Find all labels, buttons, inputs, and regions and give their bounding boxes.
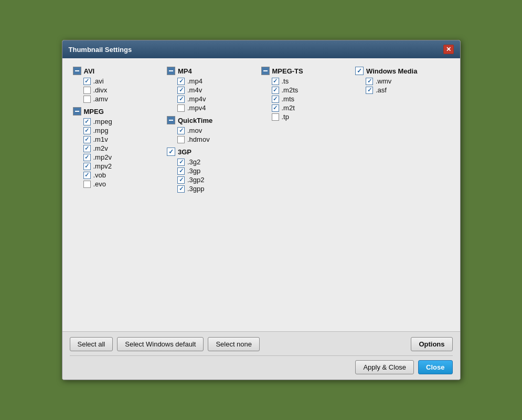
apply-close-button[interactable]: Apply & Close — [355, 360, 414, 374]
item-amv: .amv — [83, 95, 162, 103]
label-mp4v: .mp4v — [187, 95, 206, 103]
label-3gpp: .3gpp — [187, 185, 205, 193]
select-all-button[interactable]: Select all — [70, 337, 113, 351]
cb-3gp2[interactable] — [177, 176, 185, 184]
label-m2ts: .m2ts — [282, 86, 299, 94]
item-divx: .divx — [83, 86, 162, 94]
dialog-content: AVI .avi .divx .amv MPEG — [62, 58, 460, 331]
label-mp4: .mp4 — [187, 77, 203, 85]
cb-evo[interactable] — [83, 181, 91, 188]
item-3gpp: .3gpp — [177, 185, 256, 193]
action-buttons-row: Apply & Close Close — [70, 355, 453, 374]
group-mpeg-ts-checkbox[interactable] — [261, 67, 270, 75]
label-mov: .mov — [187, 127, 202, 134]
item-3gp2: .3gp2 — [177, 176, 256, 184]
item-mov: .mov — [177, 127, 256, 134]
column-4: Windows Media .wmv .asf — [355, 67, 450, 194]
item-mpeg: .mpeg — [83, 118, 162, 125]
cb-mpv2[interactable] — [83, 163, 91, 170]
item-asf: .asf — [366, 86, 444, 94]
cb-3gp[interactable] — [177, 167, 185, 175]
cb-mpv4[interactable] — [177, 104, 185, 112]
group-windows-media: Windows Media — [355, 67, 444, 75]
options-button[interactable]: Options — [411, 337, 452, 351]
column-2: MP4 .mp4 .m4v .mp4v .mpv4 — [167, 67, 261, 194]
group-mpeg-checkbox[interactable] — [73, 107, 81, 116]
item-tp: .tp — [272, 113, 350, 121]
cb-mpg[interactable] — [83, 127, 91, 134]
cb-avi[interactable] — [83, 78, 91, 85]
cb-divx[interactable] — [83, 87, 91, 94]
group-3gp-checkbox[interactable] — [167, 148, 175, 156]
column-1: AVI .avi .divx .amv MPEG — [73, 67, 167, 194]
label-mpeg: .mpeg — [93, 118, 112, 125]
label-m4v: .m4v — [187, 86, 202, 94]
cb-wmv[interactable] — [366, 78, 373, 85]
group-windows-media-label: Windows Media — [366, 67, 417, 75]
item-m2ts: .m2ts — [272, 86, 350, 94]
cb-m2v[interactable] — [83, 145, 91, 152]
cb-mpeg[interactable] — [83, 118, 91, 125]
cb-mts[interactable] — [272, 96, 279, 103]
cb-mov[interactable] — [177, 127, 185, 134]
cb-3g2[interactable] — [177, 159, 185, 166]
group-quicktime-checkbox[interactable] — [167, 116, 175, 124]
item-3g2: .3g2 — [177, 158, 256, 166]
cb-vob[interactable] — [83, 172, 91, 179]
item-mts: .mts — [272, 95, 350, 103]
item-mp2v: .mp2v — [83, 153, 162, 161]
close-button[interactable]: Close — [418, 360, 452, 374]
group-3gp-label: 3GP — [178, 148, 191, 156]
label-wmv: .wmv — [376, 77, 391, 85]
label-ts: .ts — [282, 77, 289, 85]
group-mp4: MP4 — [167, 67, 256, 75]
label-mpg: .mpg — [93, 127, 109, 134]
label-m1v: .m1v — [93, 135, 108, 143]
group-3gp: 3GP — [167, 148, 256, 156]
cb-amv[interactable] — [83, 96, 91, 103]
select-windows-default-button[interactable]: Select Windows default — [117, 337, 204, 351]
cb-m1v[interactable] — [83, 136, 91, 143]
label-avi: .avi — [93, 77, 104, 85]
title-bar: Thumbnail Settings ✕ — [62, 40, 460, 58]
format-columns: AVI .avi .divx .amv MPEG — [73, 67, 450, 194]
selection-buttons-row: Select all Select Windows default Select… — [70, 337, 453, 351]
item-evo: .evo — [83, 180, 162, 188]
item-mp4: .mp4 — [177, 77, 256, 85]
item-mp4v: .mp4v — [177, 95, 256, 103]
cb-mp4v[interactable] — [177, 96, 185, 103]
cb-3gpp[interactable] — [177, 185, 185, 193]
cb-asf[interactable] — [366, 87, 373, 94]
window-close-button[interactable]: ✕ — [443, 45, 454, 54]
cb-mp2v[interactable] — [83, 154, 91, 161]
item-avi: .avi — [83, 77, 162, 85]
bottom-bar: Select all Select Windows default Select… — [62, 331, 460, 380]
label-vob: .vob — [93, 171, 106, 179]
label-m2t: .m2t — [282, 104, 295, 112]
cb-m2t[interactable] — [272, 104, 279, 112]
cb-m4v[interactable] — [177, 87, 185, 94]
item-m2t: .m2t — [272, 104, 350, 112]
group-mpeg-label: MPEG — [84, 108, 104, 116]
item-mpv4: .mpv4 — [177, 104, 256, 112]
cb-hdmov[interactable] — [177, 136, 185, 143]
label-m2v: .m2v — [93, 144, 108, 152]
label-amv: .amv — [93, 95, 108, 103]
group-windows-media-checkbox[interactable] — [355, 67, 364, 75]
item-m1v: .m1v — [83, 135, 162, 143]
label-tp: .tp — [282, 113, 289, 121]
cb-ts[interactable] — [272, 78, 279, 85]
cb-tp[interactable] — [272, 113, 279, 121]
group-mp4-label: MP4 — [178, 67, 192, 75]
item-mpg: .mpg — [83, 127, 162, 134]
label-evo: .evo — [93, 180, 106, 188]
group-avi: AVI — [73, 67, 162, 75]
group-mp4-checkbox[interactable] — [167, 67, 175, 75]
group-avi-checkbox[interactable] — [73, 67, 81, 75]
cb-mp4[interactable] — [177, 78, 185, 85]
select-none-button[interactable]: Select none — [208, 337, 260, 351]
group-avi-label: AVI — [84, 67, 95, 75]
group-mpeg-ts: MPEG-TS — [261, 67, 350, 75]
label-3gp2: .3gp2 — [187, 176, 205, 184]
cb-m2ts[interactable] — [272, 87, 279, 94]
